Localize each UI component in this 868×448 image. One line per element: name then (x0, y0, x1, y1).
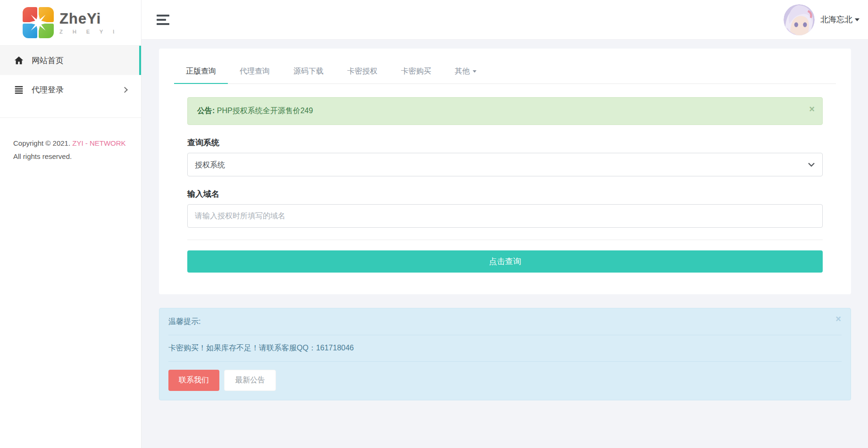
tab-bar: 正版查询 代理查询 源码下载 卡密授权 卡密购买 其他 (174, 61, 836, 84)
system-select-label: 查询系统 (187, 137, 823, 148)
close-icon[interactable]: × (835, 314, 841, 324)
brand-logo[interactable]: ZheYi Z H E Y I (0, 0, 141, 46)
tab-card-authorize[interactable]: 卡密授权 (335, 61, 389, 83)
tips-title: 温馨提示: (168, 317, 842, 327)
tips-divider (168, 361, 842, 362)
copyright-link[interactable]: ZYI - NETWORK (72, 139, 125, 147)
domain-input[interactable] (187, 204, 823, 228)
copyright: Copyright © 2021. ZYI - NETWORK All righ… (0, 137, 141, 163)
user-name: 北海忘北 (820, 14, 852, 25)
sidebar: ZheYi Z H E Y I 网站首页 代理登录 Copyright © 20… (0, 0, 142, 448)
tab-genuine-query[interactable]: 正版查询 (174, 61, 228, 83)
announcement-alert: 公告: PHP授权系统全开源售价249 × (187, 97, 823, 125)
list-icon (14, 84, 24, 95)
caret-down-icon (473, 70, 476, 73)
sidebar-item-home[interactable]: 网站首页 (0, 46, 141, 75)
avatar[interactable] (784, 4, 815, 35)
system-select-wrap: 授权系统 (187, 153, 823, 176)
main-area: 北海忘北 正版查询 代理查询 源码下载 卡密授权 卡密购买 其他 公告: PHP… (142, 0, 868, 448)
page-content: 正版查询 代理查询 源码下载 卡密授权 卡密购买 其他 公告: PHP授权系统全… (142, 40, 868, 448)
sidebar-item-label: 网站首页 (32, 55, 128, 66)
contact-us-button[interactable]: 联系我们 (168, 370, 219, 391)
domain-input-label: 输入域名 (187, 189, 823, 199)
tab-agent-query[interactable]: 代理查询 (228, 61, 282, 83)
system-select[interactable]: 授权系统 (187, 153, 823, 176)
tab-other-label: 其他 (455, 67, 470, 75)
tab-source-download[interactable]: 源码下载 (282, 61, 335, 83)
starburst-icon (27, 12, 49, 33)
latest-announcement-button[interactable]: 最新公告 (224, 370, 276, 391)
brand-text: ZheYi Z H E Y I (59, 11, 118, 34)
query-card: 正版查询 代理查询 源码下载 卡密授权 卡密购买 其他 公告: PHP授权系统全… (159, 49, 851, 294)
user-menu[interactable]: 北海忘北 (784, 4, 860, 35)
copyright-suffix: All rights reserved. (13, 152, 72, 160)
brand-subtitle: Z H E Y I (59, 29, 118, 34)
home-icon (14, 55, 24, 66)
announcement-text: PHP授权系统全开源售价249 (215, 107, 313, 115)
close-icon[interactable]: × (809, 104, 815, 114)
tab-other-dropdown[interactable]: 其他 (443, 61, 488, 83)
copyright-prefix: Copyright © 2021. (13, 139, 72, 147)
avatar-image (784, 4, 815, 35)
query-submit-button[interactable]: 点击查询 (187, 250, 823, 273)
form-divider (187, 240, 823, 240)
caret-down-icon (855, 18, 860, 21)
tips-body: 卡密购买！如果库存不足！请联系客服QQ：161718046 (168, 343, 842, 353)
tab-pane-genuine-query: 公告: PHP授权系统全开源售价249 × 查询系统 授权系统 输入域名 点击查… (174, 84, 836, 273)
announcement-label: 公告: (197, 107, 215, 115)
brand-name: ZheYi (59, 11, 118, 26)
sidebar-item-label: 代理登录 (32, 84, 123, 95)
tips-buttons: 联系我们 最新公告 (168, 370, 842, 391)
sidebar-menu: 网站首页 代理登录 (0, 46, 141, 118)
chevron-right-icon (122, 87, 128, 93)
sidebar-item-agent-login[interactable]: 代理登录 (0, 75, 141, 104)
sidebar-toggle-icon[interactable] (157, 15, 169, 25)
tab-card-purchase[interactable]: 卡密购买 (389, 61, 443, 83)
top-bar: 北海忘北 (142, 0, 868, 40)
tips-card: × 温馨提示: 卡密购买！如果库存不足！请联系客服QQ：161718046 联系… (159, 308, 851, 400)
brand-logo-icon (23, 7, 54, 38)
tips-divider (168, 335, 842, 335)
